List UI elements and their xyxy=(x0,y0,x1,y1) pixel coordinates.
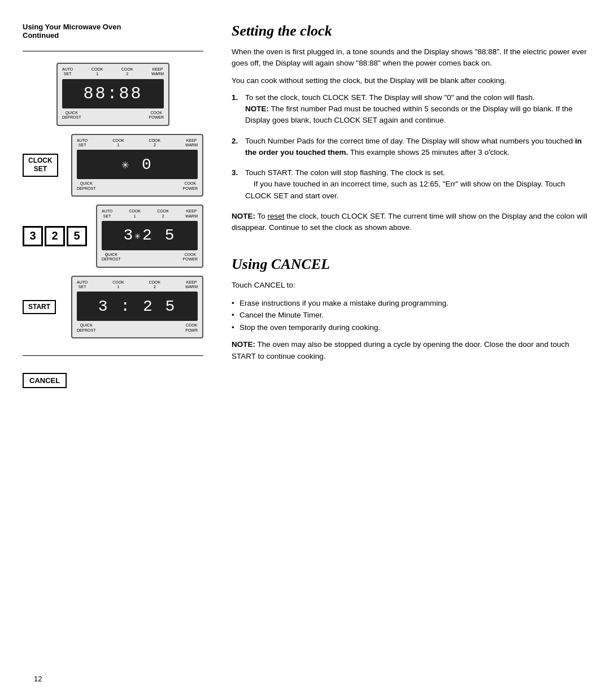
using-cancel-title: Using CANCEL xyxy=(232,256,587,273)
panel4-row: START AUTOSET COOK1 COOK2 KEEPWARM 3 : 2… xyxy=(23,276,203,339)
microwave-panel-2: AUTOSET COOK1 COOK2 KEEPWARM ✳ 0 QUICKDE… xyxy=(71,134,203,197)
step-2: 2. Touch Number Pads for the correct tim… xyxy=(232,136,587,159)
panel2-bottom-buttons: QUICKDEFROST COOKPOWER xyxy=(77,181,198,191)
header-line2: Continued xyxy=(23,31,203,40)
cancel-label-text: CANCEL xyxy=(29,376,60,385)
step1-content: To set the clock, touch CLOCK SET. The D… xyxy=(245,92,587,127)
step1-num: 1. xyxy=(232,92,242,127)
cancel-box: CANCEL xyxy=(23,373,67,388)
top-divider xyxy=(23,51,203,51)
panel1-display: 88:88 xyxy=(62,79,164,108)
cancel-bullet-1: Erase instructions if you make a mistake… xyxy=(232,297,587,310)
step2-num: 2. xyxy=(232,136,242,159)
setting-clock-intro2: You can cook without setting the clock, … xyxy=(232,75,587,86)
step1-note-bold: NOTE: xyxy=(245,105,269,113)
panel4-display: 3 : 2 5 xyxy=(77,292,198,321)
panel4-bottom-buttons: QUICKDEFROST COOKPOWR xyxy=(77,323,198,333)
panel3-cook-power: COOKPOWER xyxy=(183,253,198,262)
cancel-bullets: Erase instructions if you make a mistake… xyxy=(232,297,587,334)
panel1-cook-power: COOKPOWER xyxy=(149,111,164,120)
num-box-5: 5 xyxy=(67,226,87,246)
cancel-section: CANCEL xyxy=(23,373,203,394)
clock-label-text: CLOCKSET xyxy=(28,156,53,173)
using-cancel-intro: Touch CANCEL to: xyxy=(232,280,587,291)
panel3-bottom-buttons: QUICKDEFROST COOKPOWER xyxy=(102,253,198,262)
panel4-cook-power: COOKPOWR xyxy=(185,323,198,333)
panel2-cook1: COOK1 xyxy=(112,138,124,148)
panel1-row: AUTOSET COOK1 COOK2 KEEPWARM 88:88 QUICK… xyxy=(23,63,203,126)
step-1: 1. To set the clock, touch CLOCK SET. Th… xyxy=(232,92,587,127)
setting-clock-intro1: When the oven is first plugged in, a ton… xyxy=(232,46,587,69)
clock-set-box: CLOCKSET xyxy=(23,154,58,177)
page-header: Using Your Microwave Oven Continued xyxy=(23,23,203,40)
cancel-bullet-2: Cancel the Minute Timer. xyxy=(232,309,587,321)
panel2-display: ✳ 0 xyxy=(77,150,198,179)
microwave-panel-1: AUTOSET COOK1 COOK2 KEEPWARM 88:88 QUICK… xyxy=(56,63,169,126)
step3-content: Touch START. The colon will stop flashin… xyxy=(245,167,587,202)
number-boxes: 3 2 5 xyxy=(23,226,87,246)
panel3-auto-set: AUTOSET xyxy=(102,209,112,219)
cancel-note: NOTE: The oven may also be stopped durin… xyxy=(232,339,587,362)
header-line1: Using Your Microwave Oven xyxy=(23,23,203,31)
panel1-auto-set: AUTOSET xyxy=(62,67,73,77)
left-column: Using Your Microwave Oven Continued AUTO… xyxy=(23,23,203,394)
step3-num: 3. xyxy=(232,167,242,202)
num-box-2: 2 xyxy=(45,226,65,246)
panel3-top-buttons: AUTOSET COOK1 COOK2 KEEPWARM xyxy=(102,209,198,219)
panel1-cook2: COOK2 xyxy=(121,67,133,77)
start-label-container: START xyxy=(23,300,62,315)
panel2-cook2: COOK2 xyxy=(149,138,161,148)
cancel-note-bold: NOTE: xyxy=(232,340,255,349)
panel1-keep-warm: KEEPWARM xyxy=(151,67,164,77)
panel2-top-buttons: AUTOSET COOK1 COOK2 KEEPWARM xyxy=(77,138,198,148)
cancel-bullet-3: Stop the oven temporarily during cooking… xyxy=(232,321,587,334)
microwave-panel-4: AUTOSET COOK1 COOK2 KEEPWARM 3 : 2 5 QUI… xyxy=(71,276,203,339)
reset-underline: reset xyxy=(268,212,285,220)
panel3-keep-warm: KEEPWARM xyxy=(185,209,198,219)
bottom-divider xyxy=(23,355,203,356)
panel2-cook-power: COOKPOWER xyxy=(183,181,198,191)
page: Using Your Microwave Oven Continued AUTO… xyxy=(0,0,610,416)
step2-content: Touch Number Pads for the correct time o… xyxy=(245,136,587,159)
panel3-display: 3✳2 5 xyxy=(102,221,198,250)
start-label-text: START xyxy=(28,303,50,311)
microwave-panel-3: AUTOSET COOK1 COOK2 KEEPWARM 3✳2 5 QUICK… xyxy=(96,205,203,268)
panel4-cook2: COOK2 xyxy=(149,280,161,290)
panel2-quick-defrost: QUICKDEFROST xyxy=(77,181,95,191)
panel1-top-buttons: AUTOSET COOK1 COOK2 KEEPWARM xyxy=(62,67,164,77)
num-box-3: 3 xyxy=(23,226,43,246)
panel4-cook1: COOK1 xyxy=(112,280,124,290)
panel4-top-buttons: AUTOSET COOK1 COOK2 KEEPWARM xyxy=(77,280,198,290)
panel3-cook1: COOK1 xyxy=(129,209,141,219)
using-cancel-section: Using CANCEL Touch CANCEL to: Erase inst… xyxy=(232,256,587,362)
page-number: 12 xyxy=(34,675,42,683)
panel2-keep-warm: KEEPWARM xyxy=(185,138,198,148)
panel1-bottom-buttons: QUICKDEFROST COOKPOWER xyxy=(62,111,164,120)
numbers-label: 3 2 5 xyxy=(23,226,87,246)
panel4-quick-defrost: QUICKDEFROST xyxy=(77,323,95,333)
panel2-auto-set: AUTOSET xyxy=(77,138,88,148)
setting-clock-steps: 1. To set the clock, touch CLOCK SET. Th… xyxy=(232,92,587,202)
reset-note: NOTE: To reset the clock, touch CLOCK SE… xyxy=(232,211,587,234)
panel1-cook1: COOK1 xyxy=(91,67,103,77)
right-column: Setting the clock When the oven is first… xyxy=(220,23,587,394)
panel1-quick-defrost: QUICKDEFROST xyxy=(62,111,81,120)
step2-bold: in the order you touched them. xyxy=(245,137,582,156)
setting-clock-title: Setting the clock xyxy=(232,23,587,40)
panel2-row: CLOCKSET AUTOSET COOK1 COOK2 KEEPWARM ✳ … xyxy=(23,134,203,197)
clock-set-label: CLOCKSET xyxy=(23,154,62,177)
panel3-row: 3 2 5 AUTOSET COOK1 COOK2 KEEPWARM 3✳2 5… xyxy=(23,205,203,268)
step-3: 3. Touch START. The colon will stop flas… xyxy=(232,167,587,202)
panel4-auto-set: AUTOSET xyxy=(77,280,88,290)
panel4-keep-warm: KEEPWARM xyxy=(185,280,198,290)
reset-note-bold: NOTE: xyxy=(232,212,255,220)
panel3-cook2: COOK2 xyxy=(157,209,169,219)
panel3-quick-defrost: QUICKDEFROST xyxy=(102,253,120,262)
start-box: START xyxy=(23,300,56,315)
